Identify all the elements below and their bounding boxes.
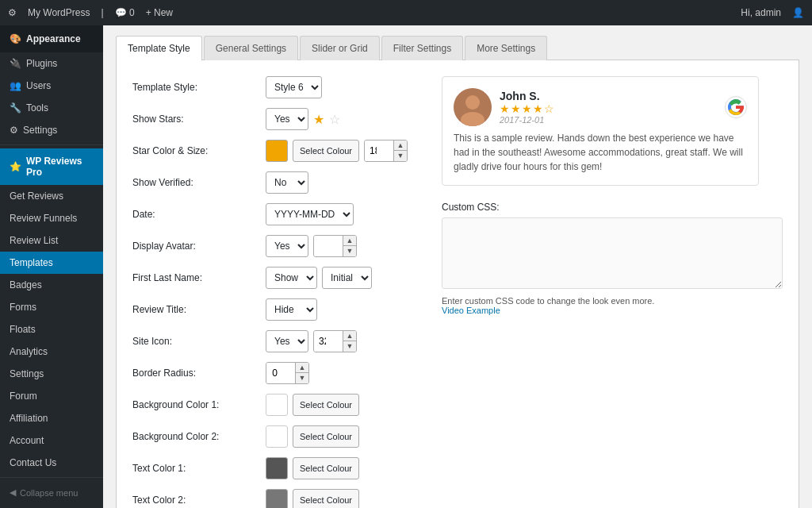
border-radius-controls: ▲ ▼ — [266, 362, 309, 384]
border-radius-up[interactable]: ▲ — [296, 363, 308, 373]
star-size-input[interactable] — [365, 140, 393, 162]
first-last-name-select[interactable]: Show Hide — [266, 267, 317, 289]
star-empty-icon[interactable]: ☆ — [329, 112, 340, 127]
review-title-label: Review Title: — [132, 304, 259, 315]
forms-label: Forms — [10, 302, 36, 313]
sidebar-item-users[interactable]: 👥 Users — [0, 75, 103, 97]
star-color-size-row: Star Color & Size: Select Colour ▲ ▼ — [132, 140, 418, 162]
analytics-label: Analytics — [10, 346, 48, 357]
sidebar-item-get-reviews[interactable]: Get Reviews — [0, 185, 103, 207]
site-name[interactable]: My WordPress — [28, 7, 90, 18]
site-icon-controls: Yes No ▲ ▼ — [266, 330, 357, 352]
show-verified-controls: No Yes — [266, 171, 308, 194]
first-last-name-label: First Last Name: — [132, 272, 259, 283]
sidebar-item-wp-reviews-pro[interactable]: ⭐ WP Reviews Pro — [0, 148, 103, 185]
sidebar-item-badges[interactable]: Badges — [0, 274, 103, 296]
sidebar-item-forum[interactable]: Forum — [0, 385, 103, 407]
sidebar-item-tools[interactable]: 🔧 Tools — [0, 97, 103, 119]
site-icon-size-down[interactable]: ▼ — [343, 341, 356, 352]
sidebar-item-floats[interactable]: Floats — [0, 318, 103, 341]
initial-select[interactable]: Initial Full — [322, 267, 372, 289]
plugins-icon: 🔌 — [10, 58, 21, 69]
star-color-swatch[interactable] — [266, 140, 288, 162]
appearance-label[interactable]: Appearance — [26, 33, 81, 44]
bg-color2-label: Background Color 2: — [132, 431, 259, 442]
site-icon-size-input[interactable] — [314, 330, 343, 352]
show-stars-select[interactable]: Yes No — [266, 108, 308, 130]
reviewer-stars: ★★★★☆ — [500, 102, 717, 115]
text-color1-btn[interactable]: Select Colour — [293, 457, 359, 479]
text-color1-row: Text Color 1: Select Colour — [132, 457, 418, 479]
site-icon-size-up[interactable]: ▲ — [343, 331, 356, 341]
sidebar-item-templates[interactable]: Templates — [0, 252, 103, 274]
tools-label: Tools — [26, 102, 48, 114]
content-card: Template Style: Style 6 Style 1 Style 2 … — [116, 60, 799, 508]
main-content: Template Style General Settings Slider o… — [103, 25, 812, 508]
settings-sub-label: Settings — [10, 368, 44, 379]
google-icon — [725, 96, 747, 118]
border-radius-input[interactable] — [266, 362, 295, 384]
new-post-btn[interactable]: + New — [146, 7, 173, 18]
tab-more-settings[interactable]: More Settings — [465, 36, 547, 60]
badges-label: Badges — [10, 279, 42, 291]
avatar-size-input[interactable] — [314, 235, 343, 257]
show-verified-select[interactable]: No Yes — [266, 171, 308, 194]
display-avatar-controls: Yes No ▲ ▼ — [266, 235, 357, 257]
bg-color1-swatch[interactable] — [266, 394, 288, 416]
text-color2-label: Text Color 2: — [132, 495, 259, 506]
display-avatar-select[interactable]: Yes No — [266, 235, 308, 257]
review-title-select[interactable]: Hide Show — [266, 298, 317, 321]
text-color1-swatch[interactable] — [266, 457, 288, 479]
sidebar-item-settings-sub[interactable]: Settings — [0, 363, 103, 385]
text-color2-btn[interactable]: Select Colour — [293, 489, 359, 508]
star-color-select-btn[interactable]: Select Colour — [293, 140, 359, 162]
star-filled-icon[interactable]: ★ — [313, 112, 324, 127]
review-list-label: Review List — [10, 235, 58, 246]
star-color-size-label: Star Color & Size: — [132, 145, 259, 156]
bg-color2-controls: Select Colour — [266, 425, 359, 448]
avatar-size-up[interactable]: ▲ — [343, 236, 356, 246]
text-color1-label: Text Color 1: — [132, 463, 259, 474]
tab-filter-settings[interactable]: Filter Settings — [381, 36, 463, 60]
tab-template-style[interactable]: Template Style — [116, 36, 202, 60]
sidebar-item-plugins[interactable]: 🔌 Plugins — [0, 52, 103, 75]
sidebar-item-contact-us[interactable]: Contact Us — [0, 452, 103, 474]
custom-css-section: Custom CSS: Enter custom CSS code to cha… — [442, 202, 783, 315]
text-color2-swatch[interactable] — [266, 489, 288, 508]
reviewer-avatar — [454, 88, 492, 126]
site-icon-select[interactable]: Yes No — [266, 330, 308, 352]
text-color2-controls: Select Colour — [266, 489, 359, 508]
star-size-down[interactable]: ▼ — [394, 151, 407, 161]
bg-color2-btn[interactable]: Select Colour — [293, 425, 359, 448]
show-verified-label: Show Verified: — [132, 177, 259, 188]
tab-slider-or-grid[interactable]: Slider or Grid — [300, 36, 380, 60]
sidebar-item-account[interactable]: Account — [0, 429, 103, 452]
comment-icon[interactable]: 💬 0 — [115, 7, 135, 18]
collapse-menu-btn[interactable]: ◀ Collapse menu — [0, 481, 103, 504]
date-select[interactable]: YYYY-MM-DD MM/DD/YYYY DD/MM/YYYY None — [266, 203, 354, 225]
border-radius-down[interactable]: ▼ — [296, 373, 308, 383]
tab-general-settings[interactable]: General Settings — [204, 36, 298, 60]
bg-color1-btn[interactable]: Select Colour — [293, 394, 359, 416]
bg-color1-row: Background Color 1: Select Colour — [132, 394, 418, 416]
card-inner: Template Style: Style 6 Style 1 Style 2 … — [132, 76, 783, 508]
avatar-size-down[interactable]: ▼ — [343, 246, 356, 256]
star-size-up[interactable]: ▲ — [394, 140, 407, 151]
show-stars-controls: Yes No ★ ☆ — [266, 108, 340, 130]
sidebar-item-affiliation[interactable]: Affiliation — [0, 407, 103, 429]
video-example-link[interactable]: Video Example — [442, 306, 500, 315]
date-row: Date: YYYY-MM-DD MM/DD/YYYY DD/MM/YYYY N… — [132, 203, 418, 225]
google-svg — [727, 98, 745, 116]
app-layout: 🎨 Appearance 🔌 Plugins 👥 Users 🔧 Tools ⚙… — [0, 25, 812, 508]
sidebar-item-analytics[interactable]: Analytics — [0, 341, 103, 363]
sidebar-item-review-list[interactable]: Review List — [0, 229, 103, 252]
settings-main-label: Settings — [23, 125, 57, 136]
template-style-select[interactable]: Style 6 Style 1 Style 2 Style 3 Style 4 … — [266, 76, 322, 98]
sidebar-item-forms[interactable]: Forms — [0, 296, 103, 318]
custom-css-textarea[interactable] — [442, 217, 783, 289]
sidebar-item-settings[interactable]: ⚙ Settings — [0, 119, 103, 141]
border-radius-row: Border Radius: ▲ ▼ — [132, 362, 418, 384]
sidebar-item-review-funnels[interactable]: Review Funnels — [0, 207, 103, 229]
preview-header: John S. ★★★★☆ 2017-12-01 — [454, 88, 747, 126]
bg-color2-swatch[interactable] — [266, 425, 288, 448]
